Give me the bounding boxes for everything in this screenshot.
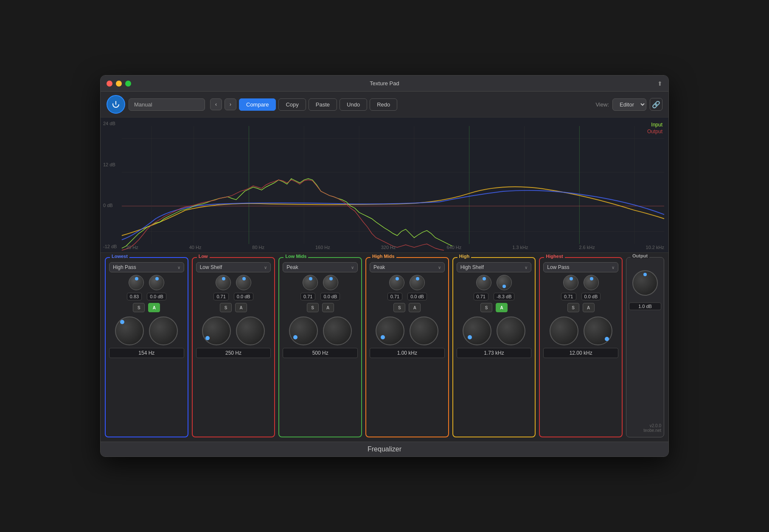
- gain-knob-highest[interactable]: [584, 275, 599, 290]
- copy-button[interactable]: Copy: [278, 98, 306, 111]
- output-knob[interactable]: [632, 270, 658, 296]
- big-knob-row-high-mids: [376, 316, 438, 345]
- hz-320: 320 Hz: [381, 245, 396, 250]
- solo-button-low[interactable]: S: [220, 303, 232, 312]
- nav-forward-button[interactable]: ›: [225, 98, 236, 110]
- q-knob-lowest[interactable]: [129, 275, 144, 290]
- output-value: 1.0 dB: [629, 302, 661, 310]
- band-type-highest[interactable]: Low Pass ∨: [543, 262, 618, 272]
- view-section: View: Editor 🔗: [595, 98, 662, 111]
- minimize-button[interactable]: [116, 81, 122, 87]
- q-knob-high-mids[interactable]: [389, 275, 404, 290]
- sa-row-high-mids: S A: [393, 303, 421, 312]
- db-label-24: 24 dB: [103, 121, 119, 126]
- db-label-neg12: -12 dB: [103, 244, 119, 249]
- freq-knob-lowest[interactable]: [115, 316, 144, 345]
- gain-knob-high-mids[interactable]: [410, 275, 425, 290]
- active-button-highest[interactable]: A: [583, 303, 595, 312]
- q-knob-low[interactable]: [216, 275, 231, 290]
- undo-button[interactable]: Undo: [340, 98, 367, 111]
- maximize-button[interactable]: [125, 81, 131, 87]
- footer-label: Frequalizer: [368, 445, 401, 453]
- q-knob-highest[interactable]: [563, 275, 578, 290]
- gain-value-low-mids: 0.0 dB: [320, 293, 340, 300]
- sa-row-high: S A: [480, 303, 508, 312]
- solo-button-lowest[interactable]: S: [133, 303, 145, 312]
- view-dropdown[interactable]: Editor: [612, 98, 646, 111]
- hz-40: 40 Hz: [189, 245, 202, 250]
- preset-dropdown[interactable]: Manual: [129, 98, 205, 111]
- big-knob-row-highest: [550, 316, 612, 345]
- sa-row-highest: S A: [567, 303, 595, 312]
- band-type-text-lowest: High Pass: [113, 264, 136, 270]
- big-knob-row-high: [463, 316, 525, 345]
- band-type-low[interactable]: Low Shelf ∨: [196, 262, 271, 272]
- active-button-low[interactable]: A: [235, 303, 247, 312]
- q-value-low: 0.71: [213, 293, 228, 300]
- band-type-low-mids[interactable]: Peak ∨: [283, 262, 358, 272]
- q-knob-low-mids[interactable]: [303, 275, 318, 290]
- nav-back-button[interactable]: ‹: [210, 98, 222, 110]
- active-button-low-mids[interactable]: A: [322, 303, 334, 312]
- band-type-high[interactable]: High Shelf ∨: [457, 262, 532, 272]
- hz-1k3: 1.3 kHz: [512, 245, 528, 250]
- close-button[interactable]: [107, 81, 112, 87]
- power-button[interactable]: [107, 95, 125, 114]
- gain-knob-low[interactable]: [236, 275, 251, 290]
- compare-button[interactable]: Compare: [239, 98, 276, 111]
- solo-button-high-mids[interactable]: S: [393, 303, 405, 312]
- gain-knob-lowest[interactable]: [149, 275, 164, 290]
- active-button-lowest[interactable]: A: [148, 303, 160, 312]
- freq-knob-high-mids[interactable]: [376, 316, 404, 345]
- sa-row-low: S A: [220, 303, 247, 312]
- toolbar-buttons: ‹ › Compare Copy Paste Undo Redo: [210, 98, 397, 111]
- freq-knob-low-mids[interactable]: [289, 316, 318, 345]
- link-button[interactable]: 🔗: [650, 98, 662, 111]
- redo-button[interactable]: Redo: [370, 98, 397, 111]
- footer: Frequalizer: [101, 442, 668, 456]
- freq-knob-highest[interactable]: [550, 316, 578, 345]
- paste-button[interactable]: Paste: [309, 98, 337, 111]
- knob-row-high-mids: [389, 275, 425, 290]
- active-button-high-mids[interactable]: A: [409, 303, 421, 312]
- hz-640: 640 Hz: [446, 245, 461, 250]
- freq-knob-low[interactable]: [202, 316, 231, 345]
- q-big-knob-highest[interactable]: [584, 316, 612, 345]
- solo-button-low-mids[interactable]: S: [307, 303, 319, 312]
- eq-curve: [101, 118, 668, 252]
- hz-labels: 20 Hz 40 Hz 80 Hz 160 Hz 320 Hz 640 Hz 1…: [122, 245, 668, 250]
- solo-button-high[interactable]: S: [480, 303, 492, 312]
- band-label-low: Low: [197, 254, 210, 259]
- solo-button-highest[interactable]: S: [567, 303, 579, 312]
- q-big-knob-low-mids[interactable]: [323, 316, 352, 345]
- band-type-lowest[interactable]: High Pass ∨: [109, 262, 184, 272]
- legend-output: Output: [647, 129, 662, 134]
- window-title: Texture Pad: [370, 80, 399, 87]
- gain-value-high: -8.3 dB: [494, 293, 514, 300]
- q-knob-high[interactable]: [476, 275, 491, 290]
- value-row-high: 0.71 -8.3 dB: [474, 293, 515, 300]
- bands-area: Lowest High Pass ∨ 0.83 0.0: [101, 253, 668, 442]
- freq-value-low-mids: 500 Hz: [283, 348, 358, 358]
- hz-80: 80 Hz: [252, 245, 264, 250]
- gain-knob-low-mids[interactable]: [323, 275, 338, 290]
- q-big-knob-high-mids[interactable]: [410, 316, 438, 345]
- band-label-high-mids: High Mids: [370, 254, 396, 259]
- knob-q-lowest: [129, 275, 144, 290]
- q-big-knob-lowest[interactable]: [149, 316, 178, 345]
- chevron-down-icon: ∨: [264, 265, 267, 270]
- q-big-knob-low[interactable]: [236, 316, 265, 345]
- q-big-knob-high[interactable]: [497, 316, 525, 345]
- legend-input: Input: [651, 122, 662, 128]
- freq-knob-high[interactable]: [463, 316, 491, 345]
- band-label-low-mids: Low Mids: [283, 254, 308, 259]
- knob-row-low-mids: [303, 275, 338, 290]
- active-button-high[interactable]: A: [496, 303, 508, 312]
- value-row-high-mids: 0.71 0.0 dB: [387, 293, 427, 300]
- band-type-high-mids[interactable]: Peak ∨: [370, 262, 445, 272]
- knob-row-lowest: [129, 275, 164, 290]
- view-label: View:: [595, 101, 609, 108]
- freq-value-high: 1.73 kHz: [457, 348, 532, 358]
- gain-knob-high[interactable]: [497, 275, 512, 290]
- band-lowest: Lowest High Pass ∨ 0.83 0.0: [105, 257, 188, 437]
